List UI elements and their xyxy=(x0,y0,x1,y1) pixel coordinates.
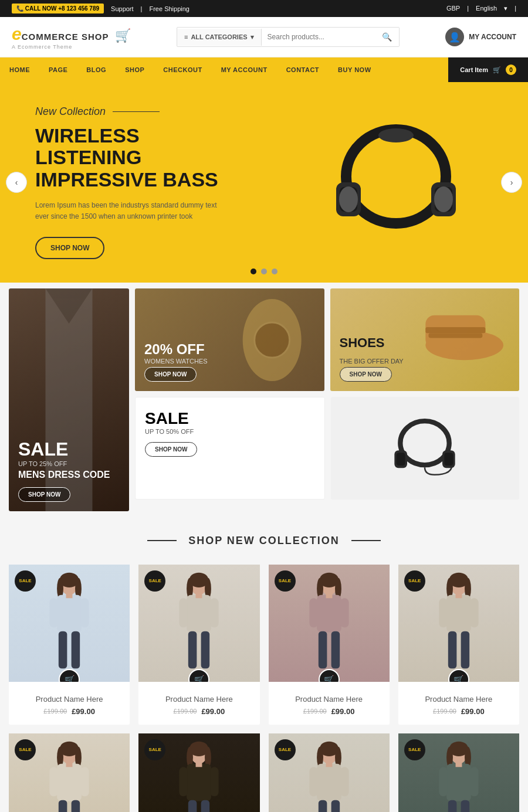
dot-3[interactable] xyxy=(272,269,277,274)
nav-buynow[interactable]: BUY NOW xyxy=(329,59,380,80)
promo-subtitle: UP TO 25% OFF xyxy=(18,460,110,467)
chevron-icon: ▾ xyxy=(251,33,254,41)
product-sale-badge: Sale xyxy=(15,739,36,760)
promo-section: SALE UP TO 25% OFF MENS DRESS CODE SHOP … xyxy=(0,288,528,511)
svg-rect-37 xyxy=(210,598,219,627)
logo-e: e xyxy=(12,24,22,43)
product-prices: £199.00 £99.00 xyxy=(138,707,259,716)
product-woman-figure xyxy=(429,570,488,676)
svg-rect-27 xyxy=(80,598,89,627)
product-name: Product Name Here xyxy=(9,695,130,704)
product-prices: £199.00 £99.00 xyxy=(9,707,130,716)
svg-rect-59 xyxy=(461,631,470,668)
svg-rect-78 xyxy=(188,800,197,812)
svg-rect-18 xyxy=(397,453,405,466)
support-link[interactable]: Support xyxy=(111,5,134,12)
hero-tag: New Collection xyxy=(35,106,229,118)
svg-rect-14 xyxy=(425,327,485,333)
svg-rect-40 xyxy=(196,593,202,598)
promo-sale-tag: SALE xyxy=(18,439,110,460)
nav-checkout[interactable]: CHECKOUT xyxy=(154,59,211,80)
svg-rect-87 xyxy=(340,767,349,796)
product-old-price: £199.00 xyxy=(303,708,327,715)
search-input[interactable] xyxy=(262,28,375,46)
svg-rect-57 xyxy=(470,598,479,627)
svg-rect-76 xyxy=(180,767,188,796)
slider-dots xyxy=(251,269,277,274)
svg-rect-85 xyxy=(317,763,341,801)
nav-contact[interactable]: CONTACT xyxy=(277,59,329,80)
logo-text: COMMERCE SHOP xyxy=(22,32,109,42)
product-woman-figure xyxy=(300,570,358,676)
svg-rect-65 xyxy=(57,763,82,801)
product-image-wrap: Sale xyxy=(398,733,519,812)
svg-rect-48 xyxy=(318,631,327,668)
promo-banner-mens: SALE UP TO 25% OFF MENS DRESS CODE SHOP … xyxy=(9,288,129,511)
nav-shop[interactable]: SHOP xyxy=(116,59,154,80)
svg-point-11 xyxy=(255,322,290,358)
svg-rect-50 xyxy=(326,593,332,598)
hero-slider: ‹ New Collection WIRELESS LISTENING IMPR… xyxy=(0,82,528,283)
product-sale-badge: Sale xyxy=(275,739,296,760)
search-button[interactable]: 🔍 xyxy=(375,28,399,46)
svg-rect-75 xyxy=(187,763,211,801)
promo-main-title: MENS DRESS CODE xyxy=(18,470,110,480)
nav-page[interactable]: PAGE xyxy=(39,59,77,80)
svg-rect-28 xyxy=(59,631,67,668)
product-sale-badge: Sale xyxy=(275,570,296,592)
free-shipping-link[interactable]: Free Shipping xyxy=(149,5,189,12)
product-card: Sale xyxy=(138,733,259,812)
svg-rect-68 xyxy=(59,800,67,812)
promo-shoes-btn[interactable]: SHOP NOW xyxy=(340,367,392,382)
product-name: Product Name Here xyxy=(138,695,259,704)
promo-shoes-subtitle: THE BIG OFFER DAY xyxy=(340,358,404,365)
dot-2[interactable] xyxy=(261,269,267,274)
product-old-price: £199.00 xyxy=(43,708,67,715)
nav-myaccount[interactable]: MY ACCOUNT xyxy=(212,59,277,80)
product-card: Sale xyxy=(138,565,259,725)
svg-point-5 xyxy=(378,128,414,142)
svg-rect-97 xyxy=(470,767,479,796)
product-prices: £199.00 £99.00 xyxy=(398,707,519,716)
svg-rect-35 xyxy=(187,594,211,632)
dot-1[interactable] xyxy=(251,269,256,274)
svg-rect-29 xyxy=(72,631,80,668)
svg-rect-15 xyxy=(428,333,482,338)
promo-mens-shop-btn[interactable]: SHOP NOW xyxy=(18,487,70,502)
svg-rect-66 xyxy=(49,767,58,796)
svg-rect-49 xyxy=(331,631,340,668)
product-card: Sale xyxy=(398,565,519,725)
hero-shop-now-btn[interactable]: SHOP NOW xyxy=(35,237,104,259)
my-account-btn[interactable]: 👤 MY ACCOUNT xyxy=(445,28,516,46)
slider-prev[interactable]: ‹ xyxy=(6,172,27,193)
svg-rect-96 xyxy=(439,767,448,796)
svg-rect-60 xyxy=(455,593,462,598)
categories-dropdown[interactable]: ≡ ALL CATEGORIES ▾ xyxy=(177,29,262,46)
nav-home[interactable]: HOME xyxy=(0,59,39,80)
language-selector[interactable]: English xyxy=(476,5,497,12)
product-card: Sale xyxy=(269,565,390,725)
logo[interactable]: eCOMMERCE SHOP 🛒 A Ecommerce Theme xyxy=(12,24,131,50)
slider-next[interactable]: › xyxy=(501,172,522,193)
svg-rect-80 xyxy=(196,762,202,767)
svg-point-16 xyxy=(401,421,449,465)
promo-headphones-icon xyxy=(384,419,466,477)
cart-item-btn[interactable]: Cart Item 🛒 0 xyxy=(448,57,528,82)
svg-rect-100 xyxy=(455,762,462,767)
promo-banner-shoes: SHOES THE BIG OFFER DAY SHOP NOW xyxy=(330,288,520,391)
product-new-price: £99.00 xyxy=(201,707,225,716)
language-chevron-icon: ▾ xyxy=(504,5,507,12)
product-new-price: £99.00 xyxy=(461,707,485,716)
promo-watches-btn[interactable]: SHOP NOW xyxy=(144,367,197,382)
hero-title: WIRELESS LISTENING IMPRESSIVE BASS xyxy=(35,125,229,191)
account-icon: 👤 xyxy=(445,28,464,46)
svg-rect-70 xyxy=(66,762,73,767)
svg-rect-39 xyxy=(201,631,210,668)
product-sale-badge: Sale xyxy=(144,570,165,592)
currency-selector[interactable]: GBP xyxy=(446,5,460,12)
hero-image xyxy=(264,83,528,282)
nav-blog[interactable]: BLOG xyxy=(77,59,116,80)
promo-sale50-btn[interactable]: SHOP NOW xyxy=(145,442,197,457)
svg-rect-45 xyxy=(317,594,341,632)
product-old-price: £199.00 xyxy=(433,708,456,715)
